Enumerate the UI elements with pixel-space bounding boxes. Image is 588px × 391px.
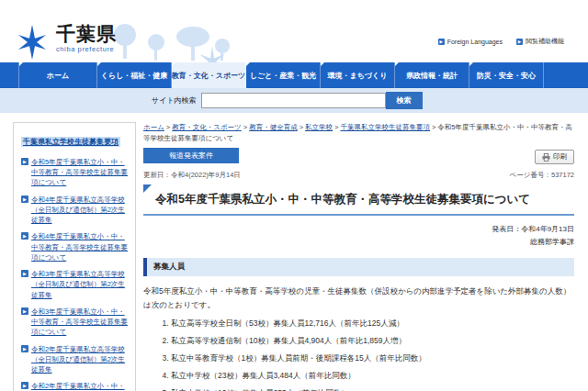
- arrow-icon: ▶: [21, 270, 28, 277]
- sidebar-item[interactable]: ▶ 令和3年度千葉県私立小・中・中等教育・高等学校生徒募集要項について: [21, 307, 128, 338]
- foreign-languages-link[interactable]: ▶ Foreign Languages: [438, 39, 503, 45]
- accessibility-link[interactable]: ▶ 閲覧補助機能: [516, 37, 564, 46]
- foreign-languages-label: Foreign Languages: [447, 39, 503, 45]
- search-input[interactable]: [201, 93, 386, 108]
- header-utility-links: ▶ Foreign Languages ▶ 閲覧補助機能: [438, 37, 564, 46]
- breadcrumb-separator: >: [300, 123, 303, 131]
- sidebar-item-label: 令和3年度千葉県私立小・中・中等教育・高等学校生徒募集要項について: [31, 307, 128, 338]
- breadcrumb-link[interactable]: 私立学校: [305, 123, 333, 131]
- nav-tab-kensei[interactable]: 県政情報・統計: [395, 62, 469, 88]
- site-header: 千葉県 chiba prefecture ▶ Foreign Languages…: [0, 0, 588, 62]
- print-button-label: 印刷: [553, 152, 567, 162]
- breadcrumb: ホーム>教育・文化・スポーツ>教育・健全育成>私立学校>千葉県私立学校生徒募集要…: [143, 122, 574, 143]
- sidebar-item[interactable]: ▶ 令和2年度千葉県私立小・中・中等教育・高等学校生徒募集要項について: [21, 381, 128, 391]
- chiba-prefecture-logo[interactable]: 千葉県 chiba prefecture: [15, 24, 117, 61]
- list-item: 私立高等学校通信制（10校）募集人員4,904人（前年比1,859人増）: [171, 336, 574, 347]
- print-button[interactable]: 印刷: [535, 150, 574, 164]
- sidebar-item-label: 令和3年度千葉県私立高等学校（全日制及び通信制）第2次生徒募集: [31, 269, 128, 300]
- accessibility-label: 閲覧補助機能: [526, 37, 564, 46]
- arrow-icon: ▶: [21, 158, 28, 165]
- announce-block: 発表日：令和4年9月13日 総務部学事課: [143, 223, 574, 251]
- search-label: サイト内検索: [152, 95, 197, 106]
- page-number: ページ番号：537172: [510, 171, 574, 180]
- sidebar-item[interactable]: ▶ 令和4年度千葉県私立小・中・中等教育・高等学校生徒募集要項について: [21, 231, 128, 263]
- page-title: 令和5年度千葉県私立小・中・中等教育・高等学校生徒募集要項について: [143, 184, 574, 215]
- page: 千葉県 chiba prefecture ▶ Foreign Languages…: [0, 0, 588, 391]
- updated-date: 更新日：令和4(2022)年9月14日: [143, 171, 241, 180]
- arrow-icon: ▶: [516, 39, 523, 45]
- department: 総務部学事課: [143, 236, 574, 250]
- press-release-button[interactable]: 報道発表案件: [143, 148, 239, 163]
- sidebar-title-link[interactable]: 千葉県私立学校生徒募集要項: [21, 137, 120, 147]
- sidebar-item-label: 令和2年度千葉県私立高等学校（全日制及び通信制）第2次生徒募集: [31, 344, 128, 375]
- sidebar-item[interactable]: ▶ 令和3年度千葉県私立高等学校（全日制及び通信制）第2次生徒募集: [21, 269, 128, 300]
- breadcrumb-separator: >: [432, 123, 435, 131]
- content: 千葉県私立学校生徒募集要項 ▶ 令和5年度千葉県私立小・中・中等教育・高等学校生…: [0, 113, 588, 391]
- arrow-icon: ▶: [21, 307, 28, 315]
- nav-tab-home[interactable]: ホーム: [18, 62, 97, 88]
- nav-tab-kyoiku-active[interactable]: 教育・文化・スポーツ: [172, 62, 246, 88]
- sidebar-item[interactable]: ▶ 令和5年度千葉県私立小・中・中等教育・高等学校生徒募集要項について: [21, 157, 128, 188]
- meta-row: 更新日：令和4(2022)年9月14日 ページ番号：537172: [143, 171, 574, 180]
- sidebar: 千葉県私立学校生徒募集要項 ▶ 令和5年度千葉県私立小・中・中等教育・高等学校生…: [13, 122, 136, 391]
- arrow-icon: ▶: [21, 345, 28, 352]
- section-header-recruitment: 募集人員: [143, 258, 574, 276]
- sidebar-item-label: 令和4年度千葉県私立小・中・中等教育・高等学校生徒募集要項について: [31, 231, 128, 263]
- breadcrumb-link[interactable]: 教育・健全育成: [249, 123, 298, 131]
- chiba-star-icon: [15, 24, 50, 61]
- arrow-icon: ▶: [21, 196, 28, 203]
- main-column: ホーム>教育・文化・スポーツ>教育・健全育成>私立学校>千葉県私立学校生徒募集要…: [143, 122, 574, 391]
- sidebar-item-label: 令和4年度千葉県私立高等学校（全日制及び通信制）第2次生徒募集: [31, 195, 128, 226]
- arrow-icon: ▶: [438, 39, 445, 45]
- recruitment-list: 私立高等学校全日制（53校）募集人員12,716人（前年比125人減） 私立高等…: [143, 318, 574, 391]
- search-button[interactable]: 検索: [386, 92, 423, 109]
- intro-paragraph: 令和5年度私立小・中・中等教育・高等学校の児童・生徒募集数（併設校からの内部進学…: [143, 285, 574, 311]
- printer-icon: [542, 153, 550, 162]
- sidebar-item-label: 令和2年度千葉県私立小・中・中等教育・高等学校生徒募集要項について: [31, 381, 128, 391]
- breadcrumb-link[interactable]: 千葉県私立学校生徒募集要項: [340, 123, 430, 131]
- sidebar-item-label: 令和5年度千葉県私立小・中・中等教育・高等学校生徒募集要項について: [31, 157, 128, 188]
- list-item: 私立中学校（23校）募集人員3,484人（前年比同数）: [171, 371, 574, 382]
- arrow-icon: ▶: [21, 232, 28, 240]
- breadcrumb-separator: >: [243, 123, 247, 131]
- breadcrumb-separator: >: [334, 123, 338, 131]
- sidebar-item[interactable]: ▶ 令和2年度千葉県私立高等学校（全日制及び通信制）第2次生徒募集: [21, 344, 128, 375]
- breadcrumb-link[interactable]: 教育・文化・スポーツ: [172, 123, 242, 131]
- list-item: 私立小学校（10校）募集人員655人（前年比同数）: [171, 388, 574, 391]
- sidebar-item[interactable]: ▶ 令和4年度千葉県私立高等学校（全日制及び通信制）第2次生徒募集: [21, 195, 128, 226]
- nav-tab-shigoto[interactable]: しごと・産業・観光: [246, 62, 321, 88]
- site-search-bar: サイト内検索 検索: [0, 88, 588, 113]
- logo-title: 千葉県: [56, 24, 117, 43]
- nav-tab-kurashi[interactable]: くらし・福祉・健康: [97, 62, 172, 88]
- nav-tab-kankyo[interactable]: 環境・まちづくり: [321, 62, 395, 88]
- list-item: 私立中等教育学校（1校）募集人員前期・後期課程各15人（前年比同数）: [171, 353, 574, 364]
- nav-tab-bosai[interactable]: 防災・安全・安心: [469, 62, 544, 88]
- global-nav: ホーム くらし・福祉・健康 教育・文化・スポーツ しごと・産業・観光 環境・まち…: [0, 62, 588, 88]
- announce-date: 発表日：令和4年9月13日: [143, 223, 574, 237]
- breadcrumb-separator: >: [166, 123, 170, 131]
- logo-subtitle: chiba prefecture: [56, 45, 117, 53]
- list-item: 私立高等学校全日制（53校）募集人員12,716人（前年比125人減）: [171, 318, 574, 330]
- breadcrumb-link[interactable]: ホーム: [143, 123, 164, 131]
- toolbar: 報道発表案件 印刷: [143, 148, 574, 164]
- arrow-icon: ▶: [21, 382, 28, 389]
